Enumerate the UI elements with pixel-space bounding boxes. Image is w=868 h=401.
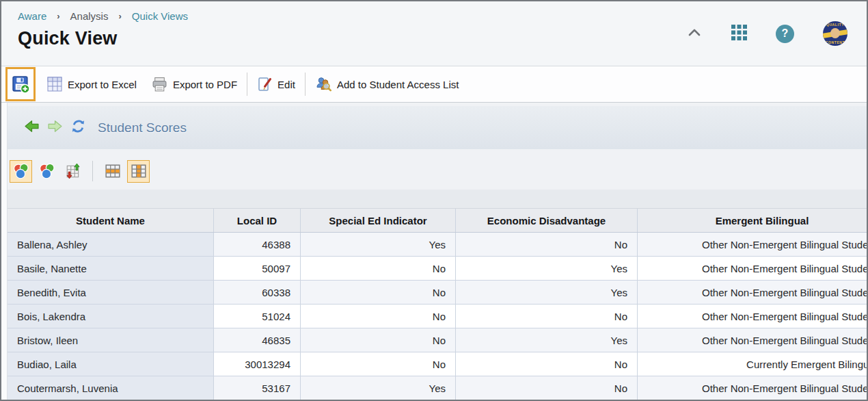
breadcrumb-analysis[interactable]: Analysis	[70, 10, 109, 22]
breadcrumb-quick-views[interactable]: Quick Views	[132, 10, 188, 22]
printer-icon	[152, 77, 167, 92]
emergent-bilingual-cell: Other Non-Emergent Bilingual Student	[638, 328, 867, 352]
economic-disadvantage-cell: No	[456, 352, 638, 376]
table-row[interactable]: Coutermarsh, Luvenia 53167 Yes No Other …	[8, 376, 867, 400]
toolbar-separator	[92, 161, 93, 181]
column-header-emergent-bilingual[interactable]: Emergent Bilingual	[638, 209, 867, 232]
collapse-chevron-icon[interactable]	[686, 25, 703, 42]
save-icon	[12, 75, 30, 94]
table-columns-icon	[131, 163, 147, 179]
table-row[interactable]: Basile, Nanette 50097 No Yes Other Non-E…	[8, 257, 867, 281]
local-id-cell: 60338	[214, 281, 301, 304]
page-header: Aware › Analysis › Quick Views Quick Vie…	[1, 1, 867, 66]
student-name-cell: Bois, Lakendra	[8, 305, 214, 328]
local-id-cell: 50097	[214, 257, 301, 280]
export-pdf-button[interactable]: Export to PDF	[144, 71, 245, 97]
help-icon[interactable]: ?	[776, 25, 794, 43]
special-ed-cell: No	[301, 257, 456, 280]
emergent-bilingual-cell: Other Non-Emergent Bilingual Student	[638, 305, 867, 328]
local-id-cell: 30013294	[214, 352, 301, 376]
chevron-right-icon: ›	[57, 11, 59, 21]
main-toolbar: Export to Excel Export to PDF Edit	[1, 66, 867, 103]
emergent-bilingual-cell: Other Non-Emergent Bilingual Student	[638, 233, 867, 256]
toolbar-separator	[247, 73, 247, 96]
refresh-icon[interactable]	[70, 118, 86, 137]
student-scores-table: Student Name Local ID Special Ed Indicat…	[8, 209, 867, 400]
back-arrow-icon[interactable]	[24, 118, 40, 137]
excel-grid-icon	[47, 77, 62, 92]
table-row[interactable]: Benedith, Evita 60338 No Yes Other Non-E…	[8, 281, 867, 305]
edit-button[interactable]: Edit	[249, 71, 303, 97]
table-rows-icon	[105, 163, 121, 179]
local-id-cell: 51024	[214, 305, 301, 328]
chart-view-button-active[interactable]	[10, 160, 32, 183]
content-area: Student Scores	[1, 103, 867, 400]
local-id-cell: 46835	[214, 328, 301, 352]
emergent-bilingual-cell: Other Non-Emergent Bilingual Student	[638, 281, 867, 304]
special-ed-cell: Yes	[301, 233, 456, 256]
table-row[interactable]: Bristow, Ileen 46835 No Yes Other Non-Em…	[8, 328, 867, 352]
report-title: Student Scores	[98, 120, 187, 135]
column-header-local-id[interactable]: Local ID	[214, 209, 301, 232]
edit-label: Edit	[277, 79, 295, 90]
forward-arrow-icon[interactable]	[47, 118, 63, 137]
economic-disadvantage-cell: No	[456, 376, 638, 400]
emergent-bilingual-cell: Other Non-Emergent Bilingual Student	[638, 257, 867, 280]
profile-avatar[interactable]: QUALITY CONTENT	[823, 21, 847, 46]
emergent-bilingual-cell: Other Non-Emergent Bilingual Student	[638, 376, 867, 400]
special-ed-cell: No	[301, 281, 456, 304]
report-nav-bar: Student Scores	[8, 106, 867, 149]
column-layout-button-active[interactable]	[127, 160, 150, 183]
special-ed-cell: Yes	[301, 376, 456, 400]
student-access-icon	[315, 76, 331, 92]
breadcrumb: Aware › Analysis › Quick Views	[1, 1, 867, 22]
special-ed-cell: No	[301, 305, 456, 328]
export-excel-button[interactable]: Export to Excel	[40, 71, 144, 97]
column-header-student-name[interactable]: Student Name	[8, 209, 214, 232]
student-name-cell: Budiao, Laila	[8, 352, 214, 376]
view-options-toolbar	[8, 158, 867, 184]
apps-grid-icon[interactable]	[731, 25, 747, 43]
economic-disadvantage-cell: Yes	[456, 328, 638, 352]
special-ed-cell: No	[301, 328, 456, 352]
export-excel-label: Export to Excel	[68, 79, 137, 90]
chart-view-button[interactable]	[36, 160, 58, 183]
app-window: Aware › Analysis › Quick Views Quick Vie…	[0, 0, 868, 401]
venn-balls-icon	[12, 163, 29, 180]
local-id-cell: 46388	[214, 233, 301, 256]
header-actions: ? QUALITY CONTENT	[686, 21, 847, 46]
toolbar-separator	[305, 73, 306, 96]
add-to-student-access-list-button[interactable]: Add to Student Access List	[308, 71, 466, 97]
economic-disadvantage-cell: Yes	[456, 281, 638, 304]
column-header-economic-disadvantage[interactable]: Economic Disadvantage	[456, 209, 638, 232]
sort-data-button[interactable]	[62, 160, 84, 183]
student-name-cell: Basile, Nanette	[8, 257, 214, 280]
save-button-highlight[interactable]	[5, 67, 36, 101]
sort-grid-icon	[65, 163, 81, 179]
student-name-cell: Bristow, Ileen	[8, 328, 214, 352]
student-name-cell: Ballena, Ashley	[8, 233, 214, 256]
student-name-cell: Benedith, Evita	[8, 281, 214, 304]
avatar-top-text: QUALITY	[823, 23, 847, 27]
table-row[interactable]: Bois, Lakendra 51024 No No Other Non-Eme…	[8, 305, 867, 328]
economic-disadvantage-cell: Yes	[456, 257, 638, 280]
local-id-cell: 53167	[214, 376, 301, 400]
row-layout-button[interactable]	[101, 160, 124, 183]
economic-disadvantage-cell: No	[456, 233, 638, 256]
breadcrumb-aware[interactable]: Aware	[18, 10, 46, 22]
avatar-bottom-text: CONTENT	[823, 40, 847, 44]
special-ed-cell: No	[301, 352, 456, 376]
avatar-face	[830, 28, 840, 38]
grid-group-band	[8, 190, 867, 209]
table-row[interactable]: Ballena, Ashley 46388 Yes No Other Non-E…	[8, 233, 867, 257]
student-name-cell: Coutermarsh, Luvenia	[8, 376, 214, 400]
economic-disadvantage-cell: No	[456, 305, 638, 328]
table-row[interactable]: Budiao, Laila 30013294 No No Currently E…	[8, 352, 867, 376]
edit-pencil-icon	[257, 77, 272, 92]
chevron-right-icon: ›	[118, 11, 121, 21]
left-gutter	[1, 103, 8, 400]
emergent-bilingual-cell: Currently Emergent Bilingual	[638, 352, 867, 376]
table-header-row: Student Name Local ID Special Ed Indicat…	[8, 209, 867, 233]
column-header-special-ed[interactable]: Special Ed Indicator	[301, 209, 456, 232]
venn-balls-icon	[38, 163, 55, 180]
